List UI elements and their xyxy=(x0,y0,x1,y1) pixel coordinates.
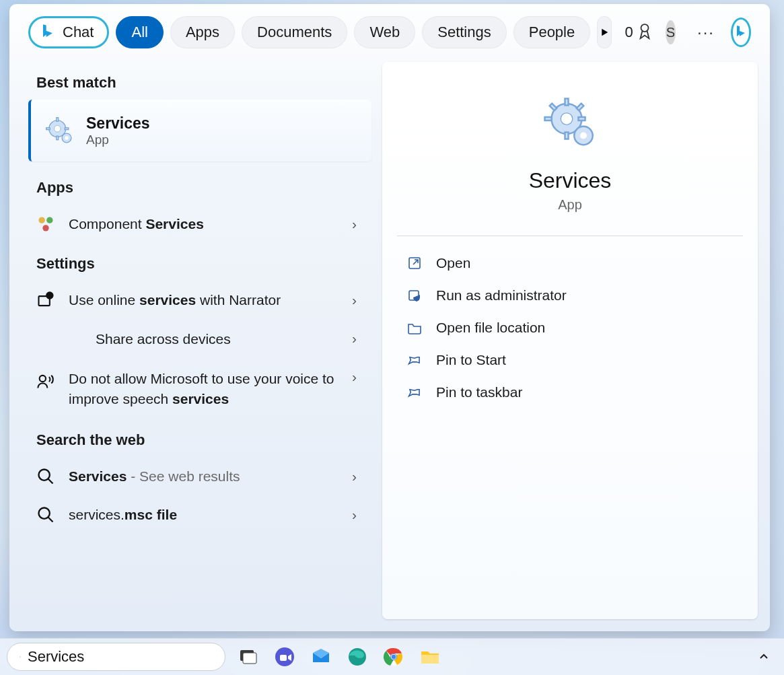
tab-web-label: Web xyxy=(369,24,400,41)
best-match-subtitle: App xyxy=(86,133,150,147)
bing-chat-button[interactable] xyxy=(731,17,751,47)
folder-icon xyxy=(406,320,423,336)
chevron-right-icon: › xyxy=(352,216,357,232)
action-label: Run as administrator xyxy=(436,287,567,304)
action-pin-start[interactable]: Pin to Start xyxy=(397,344,743,376)
taskbar-taskview[interactable] xyxy=(235,643,262,670)
pin-icon xyxy=(406,384,423,400)
bing-icon xyxy=(733,24,749,40)
tab-settings-label: Settings xyxy=(437,24,491,41)
tab-settings[interactable]: Settings xyxy=(422,16,507,48)
edge-icon xyxy=(347,646,368,668)
tab-documents[interactable]: Documents xyxy=(242,16,347,48)
teams-icon xyxy=(274,646,295,668)
action-run-admin[interactable]: Run as administrator xyxy=(397,279,743,312)
user-avatar[interactable]: S xyxy=(666,20,676,44)
tab-all-label: All xyxy=(131,24,147,41)
open-icon xyxy=(406,255,423,271)
result-web-services-msc[interactable]: services.msc file › xyxy=(22,495,371,534)
action-label: Pin to taskbar xyxy=(436,384,522,400)
text-part: services. xyxy=(69,507,124,522)
preview-subtitle: App xyxy=(558,197,582,213)
chevron-right-icon: › xyxy=(352,468,357,485)
taskbar-mail[interactable] xyxy=(308,643,334,670)
search-panel: Chat All Apps Documents Web Settings Peo… xyxy=(9,4,770,631)
rewards-count: 0 xyxy=(625,24,633,41)
tab-apps-label: Apps xyxy=(186,24,219,41)
taskbar-teams[interactable] xyxy=(271,643,298,670)
mail-icon xyxy=(310,646,332,668)
services-icon xyxy=(44,116,74,145)
result-narrator-services[interactable]: Use online services with Narrator › xyxy=(22,281,371,319)
narrator-icon xyxy=(36,291,55,310)
taskbar-system-tray-chevron[interactable] xyxy=(750,643,777,670)
taskbar-search[interactable] xyxy=(7,643,225,671)
taskbar xyxy=(0,638,784,675)
svg-point-28 xyxy=(580,133,587,139)
result-label: Use online services with Narrator xyxy=(69,290,338,310)
search-input[interactable] xyxy=(28,648,213,666)
tab-all[interactable]: All xyxy=(116,16,163,48)
text-match: services xyxy=(139,292,196,308)
section-apps: Apps xyxy=(22,167,371,205)
tab-documents-label: Documents xyxy=(257,24,332,41)
action-pin-taskbar[interactable]: Pin to taskbar xyxy=(397,376,743,408)
taskbar-explorer[interactable] xyxy=(417,643,443,670)
spacer xyxy=(63,329,82,348)
tab-people[interactable]: People xyxy=(513,16,591,48)
rewards-counter[interactable]: 0 xyxy=(625,23,652,42)
text-part: with Narrator xyxy=(196,292,281,308)
avatar-initial: S xyxy=(666,25,675,40)
svg-point-0 xyxy=(641,24,648,32)
pin-icon xyxy=(406,352,423,368)
divider xyxy=(397,236,743,236)
search-icon xyxy=(36,505,55,524)
search-body: Best match Services App Apps xyxy=(9,54,770,631)
best-match-result[interactable]: Services App xyxy=(28,100,371,162)
tab-scroll-next[interactable] xyxy=(597,16,611,48)
section-best-match: Best match xyxy=(22,62,371,100)
result-label: Component Services xyxy=(69,214,338,234)
svg-point-15 xyxy=(39,469,50,480)
more-options-button[interactable]: ··· xyxy=(697,23,715,42)
voice-icon xyxy=(36,371,55,390)
tab-chat[interactable]: Chat xyxy=(28,16,109,48)
chrome-icon xyxy=(383,646,404,668)
folder-icon xyxy=(419,646,441,668)
taskbar-chrome[interactable] xyxy=(380,643,407,670)
tab-web[interactable]: Web xyxy=(354,16,415,48)
svg-point-41 xyxy=(392,655,396,659)
chevron-right-icon: › xyxy=(352,369,357,385)
text-part: - See web results xyxy=(127,468,240,484)
services-icon xyxy=(543,97,597,151)
chevron-right-icon: › xyxy=(352,292,357,308)
section-search-web: Search the web xyxy=(22,419,371,457)
text-match: services xyxy=(172,391,229,406)
svg-point-8 xyxy=(65,136,69,140)
result-web-services[interactable]: Services - See web results › xyxy=(22,457,371,495)
filter-tabs: Chat All Apps Documents Web Settings Peo… xyxy=(9,4,770,54)
result-component-services[interactable]: Component Services › xyxy=(22,205,371,243)
chevron-right-icon: › xyxy=(352,330,357,347)
svg-point-10 xyxy=(46,217,52,223)
result-speech-services[interactable]: Do not allow Microsoft to use your voice… xyxy=(22,358,371,419)
result-label: Services - See web results xyxy=(69,466,338,486)
result-share-devices[interactable]: Share across devices › xyxy=(22,320,371,358)
svg-rect-42 xyxy=(421,655,439,664)
tab-apps[interactable]: Apps xyxy=(170,16,235,48)
action-open-location[interactable]: Open file location xyxy=(397,312,743,344)
action-open[interactable]: Open xyxy=(397,247,743,279)
taskbar-edge[interactable] xyxy=(344,643,371,670)
svg-rect-36 xyxy=(280,655,287,661)
text-part: Use online xyxy=(69,292,139,308)
text-match: Services xyxy=(69,468,127,484)
svg-line-32 xyxy=(20,657,21,658)
rewards-icon xyxy=(637,23,652,42)
results-column: Best match Services App Apps xyxy=(22,62,371,619)
svg-point-31 xyxy=(20,656,20,657)
svg-rect-5 xyxy=(46,128,50,130)
svg-rect-3 xyxy=(57,118,59,122)
svg-point-2 xyxy=(54,125,61,132)
best-match-text: Services App xyxy=(86,114,150,147)
text-match: msc file xyxy=(124,507,177,522)
